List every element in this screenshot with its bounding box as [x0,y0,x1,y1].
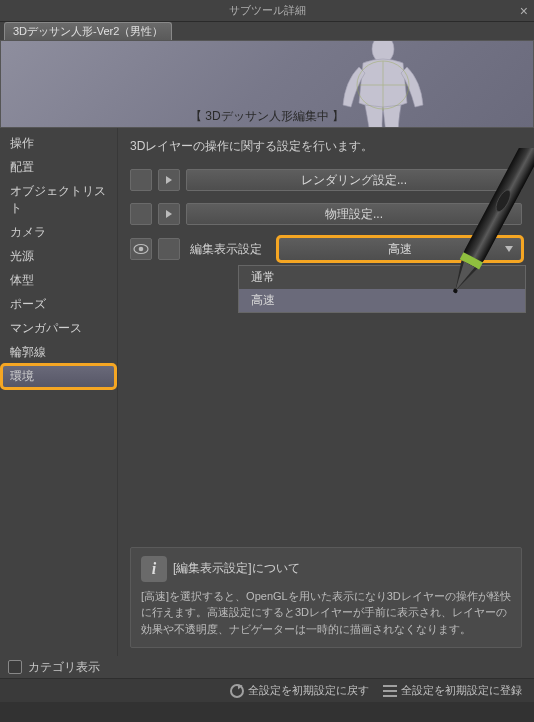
preview-area: 【 3Dデッサン人形編集中 】 [0,40,534,128]
info-icon: i [141,556,167,582]
main-panel: 3Dレイヤーの操作に関する設定を行います。 レンダリング設定... 物理設定..… [118,128,534,656]
category-display-checkbox[interactable] [8,660,22,674]
reset-icon [230,684,244,698]
window-title: サブツール詳細 [229,3,306,18]
sidebar-item-operation[interactable]: 操作 [2,132,115,155]
dropdown-value: 高速 [388,241,412,258]
titlebar: サブツール詳細 × [0,0,534,22]
toggle-small-1[interactable] [130,169,152,191]
rendering-settings-button[interactable]: レンダリング設定... [186,169,522,191]
category-display-label: カテゴリ表示 [28,659,100,676]
toggle-small-2[interactable] [130,203,152,225]
close-icon[interactable]: × [520,3,528,19]
sidebar-item-mangaperspective[interactable]: マンガパース [2,317,115,340]
bottom-options-bar: カテゴリ表示 [0,656,534,678]
sidebar-item-outline[interactable]: 輪郭線 [2,341,115,364]
sidebar-item-environment[interactable]: 環境 [2,365,115,388]
panel-description: 3Dレイヤーの操作に関する設定を行います。 [130,138,522,155]
register-icon [383,685,397,697]
reset-all-button[interactable]: 全設定を初期設定に戻す [230,683,369,698]
sidebar: 操作 配置 オブジェクトリスト カメラ 光源 体型 ポーズ マンガパース 輪郭線… [0,128,118,656]
sidebar-item-objectlist[interactable]: オブジェクトリスト [2,180,115,220]
dropdown-option-normal[interactable]: 通常 [239,266,525,289]
play-icon-2[interactable] [158,203,180,225]
physics-settings-button[interactable]: 物理設定... [186,203,522,225]
play-icon-1[interactable] [158,169,180,191]
reset-all-label: 全設定を初期設定に戻す [248,683,369,698]
toggle-small-3[interactable] [158,238,180,260]
dropdown-option-fast[interactable]: 高速 [239,289,525,312]
subtitle-tab-bar: 3Dデッサン人形-Ver2（男性） [0,22,534,40]
register-all-label: 全設定を初期設定に登録 [401,683,522,698]
edit-display-dropdown[interactable]: 高速 [278,237,522,261]
sidebar-item-light[interactable]: 光源 [2,245,115,268]
svg-point-5 [139,247,144,252]
chevron-down-icon [505,246,513,252]
eye-icon[interactable] [130,238,152,260]
tool-tab[interactable]: 3Dデッサン人形-Ver2（男性） [4,22,172,40]
bottom-action-bar: 全設定を初期設定に戻す 全設定を初期設定に登録 [0,678,534,702]
info-body: [高速]を選択すると、OpenGLを用いた表示になり3Dレイヤーの操作が軽快に行… [141,588,511,638]
sidebar-item-placement[interactable]: 配置 [2,156,115,179]
info-box: i [編集表示設定]について [高速]を選択すると、OpenGLを用いた表示にな… [130,547,522,649]
register-all-button[interactable]: 全設定を初期設定に登録 [383,683,522,698]
info-title: [編集表示設定]について [173,560,300,577]
sidebar-item-pose[interactable]: ポーズ [2,293,115,316]
preview-caption: 【 3Dデッサン人形編集中 】 [190,108,344,125]
dropdown-list: 通常 高速 [238,265,526,313]
sidebar-item-camera[interactable]: カメラ [2,221,115,244]
edit-display-label: 編集表示設定 [186,241,272,258]
sidebar-item-bodytype[interactable]: 体型 [2,269,115,292]
